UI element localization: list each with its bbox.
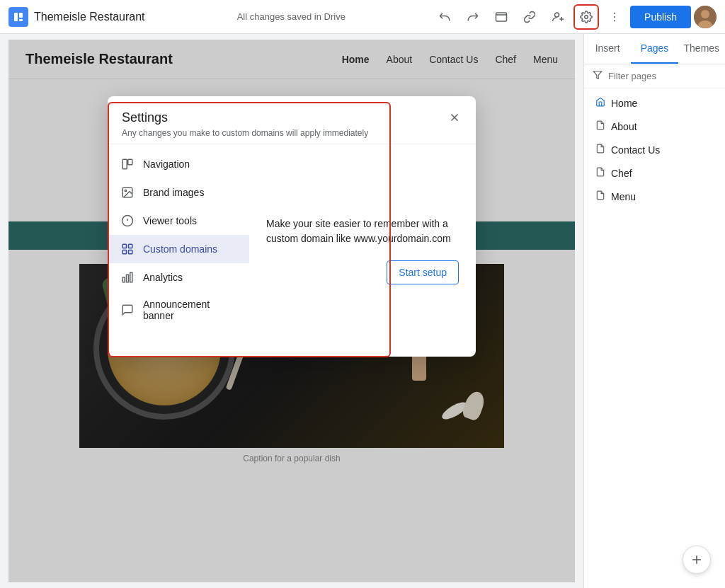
publish-button[interactable]: Publish [630,6,691,28]
filter-bar [584,64,725,88]
svg-rect-26 [129,244,132,248]
start-setup-button[interactable]: Start setup [387,260,459,284]
svg-rect-0 [12,11,25,23]
settings-nav: Navigation Brand images [108,144,249,357]
svg-marker-32 [593,71,602,79]
settings-nav-brand-label: Brand images [143,187,204,198]
svg-rect-30 [127,275,129,282]
announcement-icon [120,303,135,317]
page-icon-menu [595,190,605,202]
settings-nav-domains-label: Custom domains [143,243,217,255]
brand-images-icon [120,185,135,200]
settings-close-button[interactable] [445,108,464,127]
svg-rect-18 [122,159,127,169]
tab-pages[interactable]: Pages [631,34,678,64]
settings-body: Navigation Brand images [108,144,476,357]
more-button[interactable] [602,4,627,30]
svg-rect-3 [19,19,23,21]
svg-point-10 [614,12,615,13]
settings-nav-viewer-label: Viewer tools [143,215,197,226]
app-title: Themeisle Restaurant [34,11,145,23]
settings-nav-analytics[interactable]: Analytics [109,263,249,292]
page-item-home[interactable]: Home [584,91,725,115]
page-icon-chef [595,167,605,179]
topbar: Themeisle Restaurant All changes saved i… [0,0,725,34]
page-item-menu[interactable]: Menu [584,185,725,208]
topbar-center: All changes saved in Drive [156,11,427,22]
settings-subtitle: Any changes you make to custom domains w… [122,128,462,138]
settings-nav-brand[interactable]: Brand images [109,178,249,207]
svg-rect-1 [14,13,18,21]
page-icon-contact [595,144,605,156]
analytics-icon [120,270,135,284]
settings-overlay: Settings Any changes you make to custom … [8,40,575,582]
settings-content-text: Make your site easier to remember with a… [266,217,459,246]
svg-point-6 [555,13,559,17]
filter-input[interactable] [608,71,725,81]
settings-button[interactable] [573,4,599,30]
page-label-chef: Chef [611,168,632,179]
page-item-contact[interactable]: Contact Us [584,138,725,161]
filter-icon [593,70,603,82]
svg-point-14 [701,10,709,18]
main-layout: Themeisle Restaurant Home About Contact … [0,34,725,588]
right-panel-content: Home About Contact Us [584,88,725,588]
settings-nav-announcement-label: Announcement banner [143,299,238,321]
tab-themes[interactable]: Themes [678,34,725,64]
svg-rect-2 [19,13,23,18]
link-button[interactable] [517,4,542,30]
redo-button[interactable] [460,4,486,30]
svg-point-12 [614,20,615,21]
add-page-button[interactable] [683,546,711,574]
page-label-menu: Menu [611,191,636,202]
svg-rect-29 [122,277,125,282]
settings-nav-domains[interactable]: Custom domains [109,235,249,263]
svg-rect-31 [130,272,132,282]
svg-point-11 [614,16,615,17]
site-preview: Themeisle Restaurant Home About Contact … [8,40,575,582]
preview-button[interactable] [489,4,514,30]
svg-point-9 [585,15,588,18]
topbar-actions: Publish [432,4,717,30]
page-label-home: Home [611,98,637,109]
avatar[interactable] [694,6,717,28]
settings-nav-announcement[interactable]: Announcement banner [109,292,249,328]
settings-nav-analytics-label: Analytics [143,272,183,283]
settings-title: Settings [122,110,462,125]
undo-button[interactable] [432,4,457,30]
app-logo [8,7,28,27]
canvas-area: Themeisle Restaurant Home About Contact … [0,34,583,588]
settings-nav-navigation[interactable]: Navigation [109,150,249,178]
page-label-contact: Contact Us [611,144,660,156]
settings-modal: Settings Any changes you make to custom … [108,96,476,357]
settings-content: Make your site easier to remember with a… [249,144,476,357]
svg-rect-25 [122,244,126,248]
page-label-about: About [611,121,637,132]
page-icon-about [595,120,605,132]
svg-rect-28 [129,250,132,254]
svg-rect-4 [496,13,507,21]
custom-domains-icon [120,242,135,256]
home-icon [595,97,605,109]
right-panel: Insert Pages Themes Home [583,34,725,588]
tab-insert[interactable]: Insert [584,34,631,64]
pages-list: Home About Contact Us [584,88,725,211]
svg-rect-19 [128,159,132,165]
settings-header: Settings Any changes you make to custom … [108,96,476,144]
save-status: All changes saved in Drive [237,11,346,22]
page-item-about[interactable]: About [584,115,725,138]
settings-nav-viewer[interactable]: Viewer tools [109,207,249,235]
settings-nav-navigation-label: Navigation [143,158,190,170]
navigation-icon [120,157,135,171]
svg-point-21 [125,190,126,191]
add-editor-button[interactable] [545,4,571,30]
page-item-chef[interactable]: Chef [584,161,725,185]
svg-rect-27 [122,250,126,254]
viewer-tools-icon [120,214,135,228]
right-panel-tabs: Insert Pages Themes [584,34,725,64]
